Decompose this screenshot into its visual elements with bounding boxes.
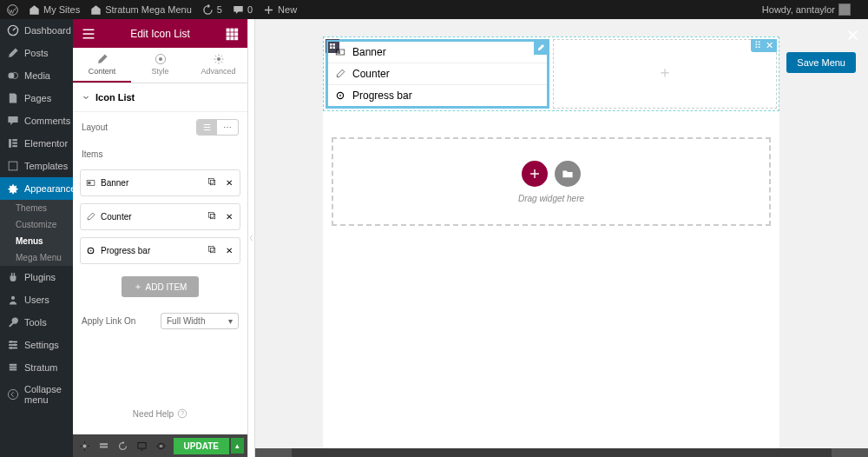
- menu-comments[interactable]: Comments: [0, 109, 73, 132]
- repeater-item-banner[interactable]: Banner ✕: [80, 169, 240, 196]
- svg-rect-31: [210, 180, 215, 185]
- close-icon[interactable]: ✕: [224, 210, 234, 223]
- svg-rect-30: [88, 182, 90, 184]
- svg-rect-6: [12, 142, 17, 144]
- close-icon[interactable]: ✕: [846, 26, 859, 45]
- column-controls[interactable]: ⠿✕: [751, 39, 777, 52]
- svg-point-9: [11, 296, 15, 300]
- update-button[interactable]: UPDATE: [174, 438, 229, 454]
- preview-icon[interactable]: [153, 437, 170, 454]
- list-item[interactable]: Banner: [328, 42, 547, 63]
- svg-rect-13: [10, 364, 16, 366]
- new-content[interactable]: New: [263, 4, 297, 16]
- menu-appearance[interactable]: Appearance: [0, 177, 73, 200]
- repeater-item-counter[interactable]: Counter ✕: [80, 203, 240, 230]
- settings-icon[interactable]: [76, 437, 94, 454]
- svg-rect-34: [209, 213, 214, 218]
- updates-count[interactable]: 5: [202, 4, 222, 16]
- close-icon: ✕: [766, 40, 773, 51]
- submenu-themes[interactable]: Themes: [0, 200, 73, 216]
- tab-style[interactable]: Style: [131, 48, 189, 83]
- close-icon[interactable]: ✕: [224, 176, 234, 189]
- add-template-button[interactable]: [555, 161, 581, 187]
- edit-widget-icon[interactable]: [534, 41, 548, 55]
- svg-rect-33: [210, 214, 215, 219]
- responsive-icon[interactable]: [134, 437, 151, 454]
- layout-list-icon[interactable]: ☰: [197, 120, 217, 135]
- update-dropdown[interactable]: ▴: [231, 438, 244, 454]
- section-icon-list[interactable]: Icon List: [73, 83, 247, 112]
- svg-rect-51: [337, 50, 340, 54]
- column-2[interactable]: ⠿✕ ＋: [553, 39, 777, 109]
- my-sites[interactable]: My Sites: [29, 4, 80, 16]
- svg-rect-7: [12, 145, 17, 147]
- clone-icon[interactable]: [206, 209, 219, 224]
- svg-point-41: [83, 444, 87, 447]
- add-section-button[interactable]: [522, 161, 548, 187]
- add-item-button[interactable]: ＋ ADD ITEM: [122, 276, 200, 297]
- clone-icon[interactable]: [206, 176, 219, 190]
- control-apply-link: Apply Link On Full Width▾: [73, 306, 247, 336]
- new-section-dropzone[interactable]: Drag widget here: [332, 137, 771, 226]
- svg-rect-38: [209, 247, 214, 252]
- panel-tabs: Content Style Advanced: [73, 48, 247, 83]
- banner-icon: [86, 178, 95, 188]
- avatar: [838, 3, 851, 16]
- menu-plugins[interactable]: Plugins: [0, 266, 73, 288]
- menu-users[interactable]: Users: [0, 288, 73, 311]
- panel-collapse-handle[interactable]: [248, 19, 255, 457]
- svg-rect-21: [230, 32, 233, 36]
- layout-inline-icon[interactable]: ⋯: [217, 120, 238, 135]
- submenu-customize[interactable]: Customize: [0, 216, 73, 233]
- svg-rect-22: [234, 32, 238, 36]
- comments-count[interactable]: 0: [233, 4, 253, 16]
- menu-media[interactable]: Media: [0, 64, 73, 87]
- menu-posts[interactable]: Posts: [0, 42, 73, 64]
- need-help[interactable]: Need Help?: [73, 393, 247, 434]
- svg-rect-17: [227, 28, 230, 31]
- site-name[interactable]: Stratum Mega Menu: [90, 4, 192, 16]
- list-item[interactable]: Progress bar: [328, 85, 547, 106]
- svg-point-28: [216, 57, 220, 61]
- repeater-item-progress[interactable]: Progress bar ✕: [80, 237, 240, 264]
- menu-dashboard[interactable]: Dashboard: [0, 19, 73, 42]
- save-menu-button[interactable]: Save Menu: [786, 52, 856, 73]
- menu-templates[interactable]: Templates: [0, 155, 73, 177]
- svg-point-10: [10, 341, 13, 343]
- grid-icon[interactable]: [225, 27, 239, 41]
- menu-tools[interactable]: Tools: [0, 311, 73, 334]
- layout-toggle[interactable]: ☰ ⋯: [196, 119, 239, 136]
- clone-icon[interactable]: [206, 243, 219, 258]
- history-icon[interactable]: [115, 437, 132, 454]
- icon-list-widget[interactable]: Banner Counter Progress bar: [326, 40, 549, 108]
- panel-header: Edit Icon List: [73, 19, 247, 48]
- submenu-menus[interactable]: Menus: [0, 233, 73, 249]
- tab-advanced[interactable]: Advanced: [189, 48, 247, 83]
- menu-elementor[interactable]: Elementor: [0, 132, 73, 155]
- wp-logo[interactable]: [7, 4, 18, 16]
- menu-pages[interactable]: Pages: [0, 87, 73, 109]
- hamburger-icon[interactable]: [82, 27, 95, 41]
- svg-rect-15: [10, 368, 16, 370]
- menu-stratum[interactable]: Stratum: [0, 356, 73, 379]
- navigator-icon[interactable]: [95, 437, 113, 454]
- tab-content[interactable]: Content: [73, 48, 131, 83]
- collapse-menu[interactable]: Collapse menu: [0, 379, 73, 410]
- svg-rect-4: [9, 139, 11, 148]
- apply-link-select[interactable]: Full Width▾: [161, 313, 239, 329]
- close-icon[interactable]: ✕: [224, 244, 234, 257]
- svg-rect-23: [227, 36, 230, 40]
- list-item[interactable]: Counter: [328, 63, 547, 85]
- svg-point-2: [8, 73, 14, 79]
- svg-rect-14: [10, 367, 16, 368]
- section[interactable]: Banner Counter Progress bar ⠿✕ ＋: [323, 36, 779, 111]
- add-widget-placeholder[interactable]: ＋: [554, 40, 776, 104]
- menu-settings[interactable]: Settings: [0, 334, 73, 356]
- svg-point-27: [158, 57, 161, 61]
- control-layout: Layout ☰ ⋯: [73, 112, 247, 142]
- elementor-preview[interactable]: Banner Counter Progress bar ⠿✕ ＋ Drag wi…: [323, 36, 779, 448]
- howdy-account[interactable]: Howdy, anntaylor: [762, 3, 851, 16]
- column-1[interactable]: Banner Counter Progress bar: [326, 39, 549, 109]
- submenu-mega-menu[interactable]: Mega Menu: [0, 249, 73, 266]
- horizontal-scrollbar[interactable]: [255, 448, 868, 457]
